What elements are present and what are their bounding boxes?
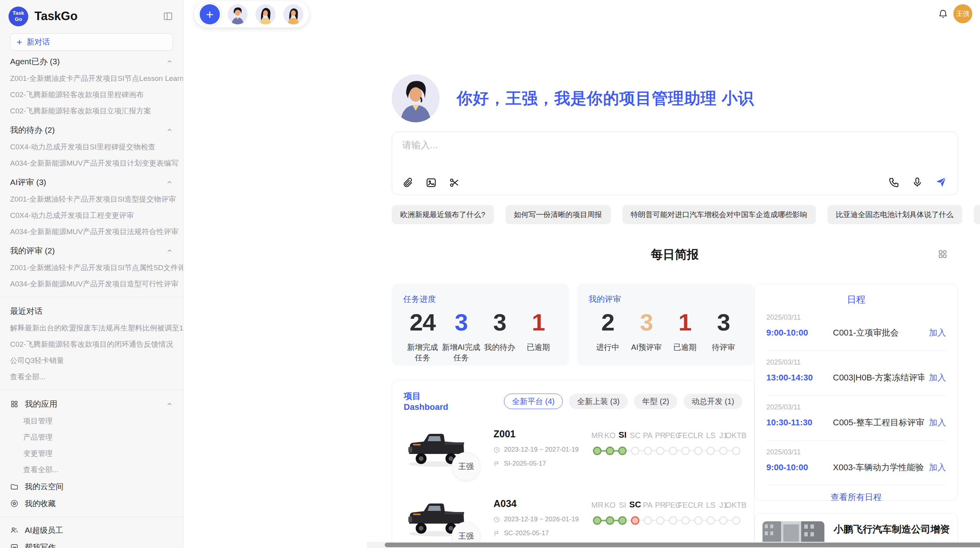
view-all-chats[interactable]: 查看全部...: [0, 369, 183, 385]
sidebar-item-ai-staff[interactable]: AI超级员工: [0, 522, 183, 539]
project-row[interactable]: 王强 Z001 2023-12-19 ~ 2027-01-19: [404, 428, 742, 482]
app-grid-icon: [10, 400, 19, 408]
flag-icon: [493, 530, 500, 537]
stat: 1 已逾期: [519, 308, 558, 363]
milestone-node-todo: [644, 516, 652, 525]
attachment-icon[interactable]: [402, 177, 414, 188]
tab-new-platform[interactable]: 全新平台 (4): [504, 394, 563, 409]
view-all-apps[interactable]: 查看全部...: [0, 462, 183, 478]
sidebar-item[interactable]: A034-全新新能源MUV产品开发项目造型可行性评审: [0, 276, 183, 292]
card-label: 任务进度: [403, 294, 558, 305]
logo-text-top: Task: [13, 10, 24, 16]
sidebar-collapse-icon[interactable]: [163, 11, 173, 21]
recent-chat-item[interactable]: 解释最新出台的欧盟报废车法规再生塑料比例被调至15%...: [0, 320, 183, 336]
layout-grid-icon[interactable]: [937, 249, 948, 259]
task-progress-card: 任务进度 24 新增完成任务 3 新增AI完成任务: [392, 284, 569, 366]
recent-chat-item[interactable]: 公司Q3轻卡销量: [0, 353, 183, 369]
microphone-icon[interactable]: [911, 176, 923, 188]
send-icon[interactable]: [935, 176, 947, 188]
add-agent-button[interactable]: +: [200, 4, 220, 24]
app-item-project[interactable]: 项目管理: [0, 413, 183, 429]
section-title: 最近对话: [10, 306, 43, 317]
sidebar: Task Go TaskGo + 新对话 Agent已办 (3) Z001-全新…: [0, 0, 183, 548]
sidebar-item-cloud-space[interactable]: 我的云空间: [0, 478, 183, 495]
scroll-down-arrow-icon[interactable]: ▼: [937, 527, 943, 533]
milestone-fec: FEC: [679, 428, 692, 459]
tab-powertrain[interactable]: 动总开发 (1): [684, 394, 742, 409]
view-all-schedule-link[interactable]: 查看所有日程: [766, 485, 946, 505]
message-composer[interactable]: [392, 132, 958, 195]
milestone-node-done: [606, 516, 614, 525]
section-header-agent-done[interactable]: Agent已办 (3): [0, 52, 183, 70]
section-header-my-apps[interactable]: 我的应用: [0, 395, 183, 413]
user-avatar[interactable]: 王强: [953, 4, 972, 23]
sidebar-item[interactable]: A034-全新新能源MUV产品开发项目法规符合性评审: [0, 224, 183, 240]
sidebar-item[interactable]: C0X4-动力总成开发项目工程变更评审: [0, 207, 183, 224]
scissors-icon[interactable]: [449, 177, 460, 188]
agent-avatar-3[interactable]: [283, 4, 303, 24]
section-title: 我的待办 (2): [10, 125, 55, 135]
stat-value: 1: [519, 308, 558, 336]
phone-icon[interactable]: [888, 176, 900, 188]
milestone-chain: MRKOSISCPAPRPECFECLRLSJ1OKTB: [591, 428, 742, 459]
milestone-label: LS: [706, 428, 715, 443]
sidebar-item[interactable]: Z001-全新燃油轻卡产品开发项目SI节点属性5D文件评审: [0, 260, 183, 276]
app-item-product[interactable]: 产品管理: [0, 429, 183, 445]
scroll-right-arrow-icon[interactable]: ▶: [970, 542, 974, 548]
app-item-change[interactable]: 变更管理: [0, 445, 183, 462]
milestone-label: PR: [655, 498, 666, 513]
schedule-item: 2025/03/11 13:00-14:30 C003|H0B-方案冻结评审 加…: [766, 351, 946, 396]
recent-chat-item[interactable]: C02-飞腾新能源轻客改款项目的闭环通告反馈情况: [0, 336, 183, 353]
milestone-lr: LR: [692, 498, 705, 528]
sidebar-item[interactable]: A034-全新新能源MUV产品开发项目计划变更表编写: [0, 155, 183, 171]
main-area: + 王强 你好，王强，我是你的项目管理助理 小识: [183, 0, 980, 548]
suggestion-chip[interactable]: 比亚迪全固态电池计划具体说了什么: [828, 205, 962, 224]
join-link[interactable]: 加入: [929, 327, 946, 339]
image-icon[interactable]: [425, 177, 437, 188]
sidebar-item[interactable]: Z001-全新燃油轻卡产品开发项目SI造型提交物评审: [0, 191, 183, 207]
section-header-my-review[interactable]: 我的评审 (2): [0, 241, 183, 260]
join-link[interactable]: 加入: [929, 372, 946, 384]
project-dates: 2023-12-19 ~ 2027-01-19: [493, 446, 589, 454]
help-write-label: 帮我写作: [25, 542, 56, 548]
sidebar-item[interactable]: C02-飞腾新能源轻客改款项目立项汇报方案: [0, 103, 183, 119]
users-icon: [10, 526, 19, 534]
stat-label: 新增AI完成任务: [442, 342, 481, 363]
milestone-oktb: OKTB: [730, 428, 742, 459]
stat-label: 已逾期: [519, 342, 558, 353]
notification-bell-icon[interactable]: [938, 9, 948, 19]
sidebar-item[interactable]: C02-飞腾新能源轻客改款项目里程碑画布: [0, 87, 183, 103]
new-chat-button[interactable]: + 新对话: [10, 33, 173, 51]
section-header-my-todo[interactable]: 我的待办 (2): [0, 121, 183, 139]
sidebar-item[interactable]: Z001-全新燃油皮卡产品开发项目SI节点Lesson Learn报告: [0, 70, 183, 87]
section-header-ai-review[interactable]: AI评审 (3): [0, 173, 183, 191]
daily-brief-title: 每日简报: [651, 248, 699, 261]
chevron-up-icon: [166, 401, 173, 408]
join-link[interactable]: 加入: [929, 417, 946, 428]
composer-input[interactable]: [402, 140, 947, 151]
suggestion-chip[interactable]: 欧洲新规最近颁布了什么?: [392, 205, 494, 224]
join-link[interactable]: 加入: [929, 462, 946, 473]
tab-year-model[interactable]: 年型 (2): [634, 394, 677, 409]
scrollbar-thumb[interactable]: [385, 543, 980, 547]
agent-avatar-bar: +: [194, 1, 309, 27]
project-row[interactable]: 王强 A034 2023-12-19 ~ 2026-01-19: [404, 498, 742, 548]
suggestion-chip[interactable]: 当下年轻人对汽车外观有怎样的喜好趋势: [974, 205, 980, 224]
project-dates-text: 2023-12-19 ~ 2026-01-19: [504, 515, 579, 523]
suggestion-chip[interactable]: 如何写一份清晰的项目周报: [505, 205, 611, 224]
schedule-event-title: C003|H0B-方案冻结评审: [833, 372, 924, 384]
agent-avatar-1[interactable]: [228, 4, 248, 24]
schedule-event-title: C005-整车工程目标评审: [833, 417, 924, 428]
suggestion-chip[interactable]: 特朗普可能对进口汽车增税会对中国车企造成哪些影响: [622, 205, 816, 224]
sidebar-item[interactable]: C0X4-动力总成开发项目SI里程碑提交物检查: [0, 139, 183, 155]
horizontal-scrollbar[interactable]: ▶: [367, 542, 980, 548]
tab-new-body[interactable]: 全新上装 (3): [569, 394, 628, 409]
milestone-node-todo: [732, 447, 740, 455]
sidebar-item-favorites[interactable]: 我的收藏: [0, 495, 183, 512]
section-title: Agent已办 (3): [10, 56, 60, 67]
sidebar-item-help-write[interactable]: 帮我写作: [0, 539, 183, 548]
project-dashboard-card: 项目Dashboard 全新平台 (4) 全新上装 (3) 年型 (2) 动总开…: [392, 380, 754, 548]
milestone-oktb: OKTB: [730, 498, 742, 528]
agent-avatar-2[interactable]: [255, 4, 276, 24]
milestone-label: LR: [693, 428, 703, 443]
